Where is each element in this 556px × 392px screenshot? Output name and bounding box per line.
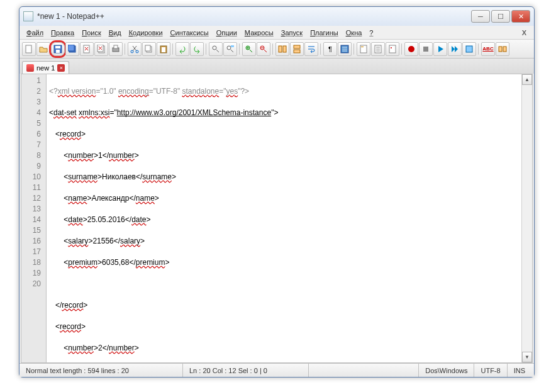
vertical-scrollbar[interactable]: ▲ ▼ <box>521 74 532 362</box>
func-list-button[interactable] <box>371 42 385 56</box>
menu-encoding[interactable]: Кодировки <box>126 28 166 38</box>
menu-file[interactable]: Файл <box>23 28 47 38</box>
statusbar: Normal text length : 594 lines : 20 Ln :… <box>19 363 534 377</box>
svg-rect-3 <box>56 50 60 53</box>
svg-rect-34 <box>466 46 472 52</box>
menu-window[interactable]: Окна <box>343 28 365 38</box>
svg-point-17 <box>213 46 216 50</box>
svg-rect-2 <box>55 46 60 48</box>
indent-guide-button[interactable] <box>338 42 352 56</box>
save-all-button[interactable] <box>65 42 79 56</box>
scroll-track[interactable] <box>522 85 532 352</box>
menu-close-x[interactable]: X <box>518 29 530 36</box>
tab-close-button[interactable]: × <box>57 64 65 72</box>
folder-tree-button[interactable] <box>386 42 399 56</box>
copy-button[interactable] <box>142 42 156 56</box>
separator-icon <box>272 43 274 55</box>
open-file-button[interactable] <box>36 42 50 56</box>
app-icon <box>23 11 33 21</box>
menu-help[interactable]: ? <box>366 28 376 38</box>
separator-icon <box>478 43 479 55</box>
separator-icon <box>401 43 403 55</box>
replace-button[interactable] <box>223 42 237 56</box>
tab-new1[interactable]: new 1 × <box>22 61 69 74</box>
tab-label: new 1 <box>36 64 55 72</box>
close-button[interactable]: ✕ <box>511 10 530 23</box>
svg-rect-23 <box>283 46 286 52</box>
line-number: 4 <box>21 108 41 118</box>
separator-icon <box>320 43 321 55</box>
svg-rect-10 <box>114 45 118 48</box>
titlebar[interactable]: *new 1 - Notepad++ ─ ☐ ✕ <box>19 7 534 26</box>
zoom-in-button[interactable] <box>242 42 256 56</box>
play-macro-button[interactable] <box>433 42 447 56</box>
wrap-button[interactable] <box>304 42 318 56</box>
file-modified-icon <box>26 64 34 72</box>
undo-button[interactable] <box>175 42 189 56</box>
stop-macro-button[interactable] <box>419 42 433 56</box>
menu-macro[interactable]: Макросы <box>242 28 277 38</box>
status-encoding[interactable]: UTF-8 <box>474 364 507 377</box>
doc-map-button[interactable] <box>357 42 370 56</box>
sync-v-button[interactable] <box>275 42 289 56</box>
line-number: 2 <box>21 86 41 97</box>
record-macro-button[interactable] <box>404 42 418 56</box>
line-gutter: 1 2 3 4 5 6 7 8 9 10 11 12 13 14 15 16 1… <box>21 74 47 362</box>
code-area[interactable]: <?xml version="1.0" encoding="UTF-8" sta… <box>47 74 521 362</box>
svg-point-31 <box>391 47 392 48</box>
toolbar: ¶ ABC <box>19 40 534 59</box>
svg-rect-22 <box>279 46 282 52</box>
minimize-button[interactable]: ─ <box>471 10 490 23</box>
svg-rect-25 <box>294 50 300 53</box>
find-button[interactable] <box>209 42 223 56</box>
editor: 1 2 3 4 5 6 7 8 9 10 11 12 13 14 15 16 1… <box>21 74 533 363</box>
scroll-down-button[interactable]: ▼ <box>522 352 532 362</box>
status-mode[interactable]: INS <box>508 364 534 377</box>
print-button[interactable] <box>109 42 123 56</box>
line-number: 9 <box>21 161 41 172</box>
sync-h-button[interactable] <box>290 42 304 56</box>
svg-rect-14 <box>145 45 150 51</box>
status-eol[interactable]: Dos\Windows <box>419 364 474 377</box>
zoom-out-button[interactable] <box>257 42 270 56</box>
compare-button[interactable] <box>496 42 509 56</box>
menu-edit[interactable]: Правка <box>48 28 77 38</box>
redo-button[interactable] <box>190 42 204 56</box>
menu-settings[interactable]: Опции <box>213 28 240 38</box>
svg-point-32 <box>408 46 414 52</box>
menu-language[interactable]: Синтаксисы <box>167 28 212 38</box>
separator-icon <box>353 43 355 55</box>
menu-search[interactable]: Поиск <box>79 28 104 38</box>
line-number: 5 <box>21 118 41 129</box>
menu-plugins[interactable]: Плагины <box>307 28 342 38</box>
line-number: 19 <box>21 268 41 279</box>
line-number: 7 <box>21 140 41 150</box>
spellcheck-button[interactable]: ABC <box>481 42 495 56</box>
menu-view[interactable]: Вид <box>106 28 125 38</box>
scroll-up-button[interactable]: ▲ <box>522 74 532 85</box>
line-number: 11 <box>21 182 41 193</box>
svg-point-12 <box>136 50 138 53</box>
line-number: 16 <box>21 236 41 247</box>
svg-point-11 <box>131 50 133 53</box>
invisible-chars-button[interactable]: ¶ <box>323 42 337 56</box>
status-position: Ln : 20 Col : 12 Sel : 0 | 0 <box>183 364 309 377</box>
save-macro-button[interactable] <box>462 42 476 56</box>
cut-button[interactable] <box>128 42 142 56</box>
close-file-button[interactable] <box>80 42 94 56</box>
save-button[interactable] <box>51 42 65 56</box>
separator-icon <box>239 43 240 55</box>
new-file-button[interactable] <box>22 42 36 56</box>
line-number: 10 <box>21 172 41 182</box>
maximize-button[interactable]: ☐ <box>491 10 510 23</box>
play-multi-button[interactable] <box>448 42 462 56</box>
menubar: Файл Правка Поиск Вид Кодировки Синтакси… <box>19 26 534 40</box>
paste-button[interactable] <box>157 42 170 56</box>
menu-run[interactable]: Запуск <box>278 28 306 38</box>
close-all-button[interactable] <box>94 42 108 56</box>
line-number: 1 <box>21 76 41 86</box>
window-title: *new 1 - Notepad++ <box>37 12 471 21</box>
svg-rect-28 <box>361 47 364 47</box>
line-number: 18 <box>21 257 41 268</box>
app-window: *new 1 - Notepad++ ─ ☐ ✕ Файл Правка Пои… <box>19 6 535 378</box>
